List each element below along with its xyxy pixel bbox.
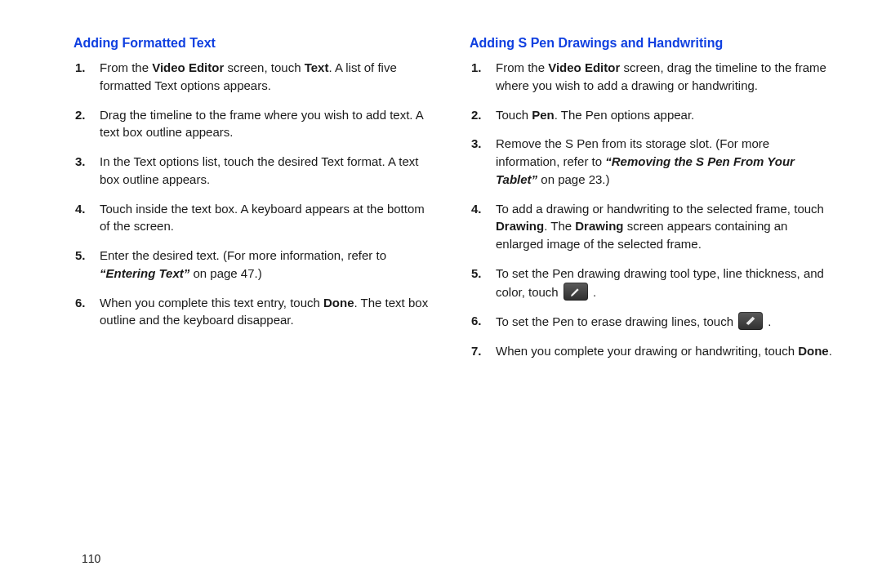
- step-text: Enter the desired text. (For more inform…: [100, 248, 386, 262]
- step-text: To set the Pen drawing drawing tool type…: [496, 266, 824, 299]
- eraser-icon: [738, 312, 763, 330]
- step-item: Drag the timeline to the frame where you…: [96, 106, 437, 142]
- step-item: To add a drawing or handwriting to the s…: [492, 200, 833, 253]
- step-text: .: [829, 344, 832, 358]
- steps-left: From the Video Editor screen, touch Text…: [74, 59, 437, 329]
- step-item: From the Video Editor screen, drag the t…: [492, 59, 833, 95]
- bold-text: Video Editor: [548, 60, 620, 74]
- left-column: Adding Formatted Text From the Video Edi…: [74, 36, 437, 372]
- step-text: Touch: [496, 108, 532, 122]
- bold-italic-ref: “Entering Text”: [100, 266, 189, 280]
- bold-text: Drawing: [496, 219, 544, 233]
- step-item: When you complete your drawing or handwr…: [492, 342, 833, 360]
- page-number: 110: [82, 552, 100, 565]
- step-text: From the: [496, 60, 548, 74]
- step-item: To set the Pen to erase drawing lines, t…: [492, 312, 833, 331]
- steps-right: From the Video Editor screen, drag the t…: [470, 59, 833, 360]
- step-item: Touch Pen. The Pen options appear.: [492, 106, 833, 124]
- step-item: To set the Pen drawing drawing tool type…: [492, 265, 833, 301]
- bold-text: Text: [305, 60, 329, 74]
- bold-text: Pen: [532, 108, 555, 122]
- bold-text: Drawing: [575, 219, 623, 233]
- step-text: From the: [100, 60, 152, 74]
- step-text: To set the Pen to erase drawing lines, t…: [496, 314, 737, 328]
- right-column: Adding S Pen Drawings and Handwriting Fr…: [470, 36, 833, 372]
- step-item: In the Text options list, touch the desi…: [96, 153, 437, 189]
- step-text: Touch inside the text box. A keyboard ap…: [100, 202, 425, 234]
- step-text: When you complete your drawing or handwr…: [496, 344, 798, 358]
- step-text: . The: [544, 219, 575, 233]
- manual-page: Adding Formatted Text From the Video Edi…: [0, 0, 882, 372]
- step-item: Enter the desired text. (For more inform…: [96, 247, 437, 283]
- step-text: In the Text options list, touch the desi…: [100, 154, 419, 186]
- step-text: on page 47.): [189, 266, 261, 280]
- step-text: Drag the timeline to the frame where you…: [100, 108, 423, 140]
- step-text: .: [764, 314, 771, 328]
- bold-text: Done: [323, 296, 354, 310]
- step-item: From the Video Editor screen, touch Text…: [96, 59, 437, 95]
- pen-tool-icon: [564, 283, 588, 301]
- bold-text: Done: [798, 344, 829, 358]
- step-text: on page 23.): [537, 172, 609, 186]
- step-text: . The Pen options appear.: [555, 108, 695, 122]
- step-text: screen, touch: [224, 60, 304, 74]
- step-text: To add a drawing or handwriting to the s…: [496, 202, 824, 216]
- step-item: When you complete this text entry, touch…: [96, 294, 437, 330]
- bold-text: Video Editor: [152, 60, 224, 74]
- step-item: Touch inside the text box. A keyboard ap…: [96, 200, 437, 236]
- section-title-right: Adding S Pen Drawings and Handwriting: [470, 36, 833, 51]
- step-item: Remove the S Pen from its storage slot. …: [492, 135, 833, 188]
- step-text: When you complete this text entry, touch: [100, 296, 323, 310]
- section-title-left: Adding Formatted Text: [74, 36, 437, 51]
- step-text: .: [590, 285, 596, 299]
